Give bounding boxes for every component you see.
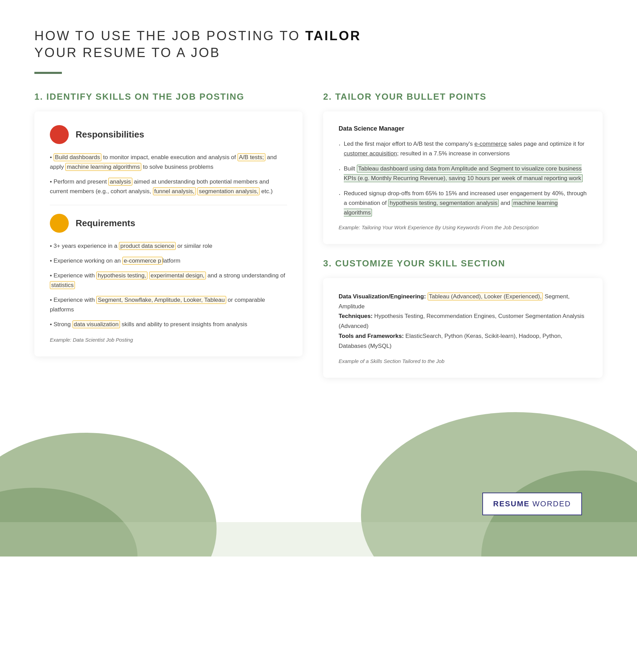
req-item-4: • Experience with Segment, Snowflake, Am… [50,295,287,315]
responsibilities-heading: Responsibilities [50,125,287,144]
page-title: HOW TO USE THE JOB POSTING TO TAILOR YOU… [34,27,603,62]
highlight-ml-algorithms: machine learning algorithms [65,163,141,171]
highlight-data-viz: data visualization [73,320,120,328]
title-bold: TAILOR [305,29,361,43]
highlight-exp-design: experimental design, [149,272,206,279]
svg-point-0 [0,433,217,557]
logo-regular: WORDED [530,499,571,508]
requirements-title: Requirements [76,218,135,229]
resp-item-1: • Build dashboards to monitor impact, en… [50,153,287,172]
highlight-funnel-analysis: funnel analysis, [153,187,196,195]
section3-heading: 3. CUSTOMIZE YOUR SKILL SECTION [323,258,603,269]
skill-line-1: Data Visualization/Engineering: Tableau … [339,292,587,312]
requirements-heading: Requirements [50,214,287,233]
responsibilities-body: • Build dashboards to monitor impact, en… [50,153,287,196]
underline-ecommerce: e-commerce [474,141,507,147]
highlight-tools: Segment, Snowflake, Amplitude, Looker, T… [96,296,226,304]
bullet-1: Led the first major effort to A/B test t… [339,139,587,158]
highlight-product-data-science: product data science [119,242,176,250]
highlight-seg-analysis: segmentation analysis, [197,187,260,195]
section2-example-text: Example: Tailoring Your Work Experience … [339,224,587,230]
section1-heading: 1. IDENTIFY SKILLS ON THE JOB POSTING [34,91,303,103]
highlight-analysis: analysis [108,178,132,186]
req-item-1: • 3+ years experience in a product data … [50,241,287,251]
title-divider [34,72,62,74]
highlight-build-dashboards: Build dashboards [54,153,101,161]
svg-rect-4 [0,522,637,557]
highlight-ecommerce: e-commerce p [122,257,163,265]
yellow-circle-icon [50,214,69,233]
highlight-hypothesis-testing: hypothesis testing, [96,272,147,279]
left-column: 1. IDENTIFY SKILLS ON THE JOB POSTING Re… [34,91,303,370]
svg-point-2 [361,412,637,557]
section1-card: Responsibilities • Build dashboards to m… [34,111,303,357]
bottom-section: RESUME WORDED [0,392,637,557]
highlight-hypothesis: hypothesis testing, segmentation analysi… [388,199,499,207]
requirements-body: • 3+ years experience in a product data … [50,241,287,329]
section1-example-text: Example: Data Scientist Job Posting [50,337,287,343]
underline-customer-acq: customer acquisition [344,150,397,157]
title-part2: YOUR RESUME TO A JOB [34,45,220,60]
content-columns: 1. IDENTIFY SKILLS ON THE JOB POSTING Re… [34,91,603,392]
svg-point-1 [0,488,138,557]
resume-worded-logo: RESUME WORDED [482,493,582,515]
req-item-3: • Experience with hypothesis testing, ex… [50,271,287,290]
card-divider [50,205,287,205]
skills-body: Data Visualization/Engineering: Tableau … [339,292,587,351]
right-column: 2. TAILOR YOUR BULLET POINTS Data Scienc… [323,91,603,392]
skill2-label: Techniques: [339,313,373,319]
logo-text: RESUME WORDED [493,499,571,508]
red-circle-icon [50,125,69,144]
req-item-5: • Strong data visualization skills and a… [50,320,287,329]
highlight-tableau: Tableau dashboard using data from Amplit… [344,165,583,182]
skill-line-3: Tools and Frameworks: ElasticSearch, Pyt… [339,331,587,351]
title-part1: HOW TO USE THE JOB POSTING TO [34,29,305,43]
skill3-label: Tools and Frameworks: [339,333,404,339]
section3-card: Data Visualization/Engineering: Tableau … [323,278,603,378]
bullet-3: Reduced signup drop-offs from 65% to 15%… [339,189,587,218]
background-shapes [0,385,637,557]
resp-item-2: • Perform and present analysis aimed at … [50,177,287,196]
highlight-tableau-skill: Tableau (Advanced), Looker (Experienced)… [428,293,543,300]
section2-card: Data Science Manager Led the first major… [323,111,603,244]
responsibilities-title: Responsibilities [76,129,144,140]
skill2-text: Hypothesis Testing, Recommendation Engin… [339,313,584,329]
bullet-2: Built Tableau dashboard using data from … [339,164,587,183]
skill-line-2: Techniques: Hypothesis Testing, Recommen… [339,311,587,331]
req-item-2: • Experience working on an e-commerce pl… [50,256,287,266]
highlight-ab-tests: A/B tests; [238,153,265,161]
highlight-statistics: statistics [50,281,75,289]
section2-heading: 2. TAILOR YOUR BULLET POINTS [323,91,603,103]
job-title: Data Science Manager [339,125,587,132]
section3-example-text: Example of a Skills Section Tailored to … [339,358,587,364]
logo-bold: RESUME [493,499,530,508]
skill1-label: Data Visualization/Engineering: [339,293,426,300]
